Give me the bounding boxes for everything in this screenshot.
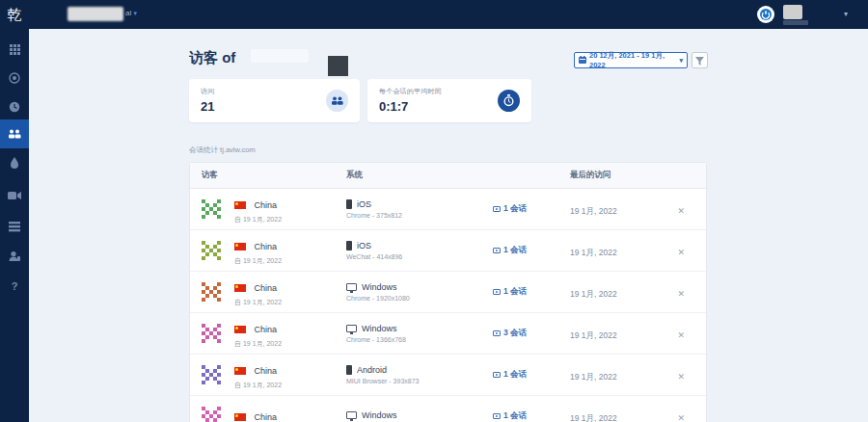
stopwatch-icon [498,90,520,112]
browser-resolution: Chrome - 1366x768 [346,336,481,343]
header-visitor: 访客 [190,170,335,181]
visitor-since: 自 19 1月, 2022 [234,339,282,349]
sessions-label: 1 会话 [503,286,527,298]
country-label: China [254,412,277,422]
os-icon [346,241,352,251]
table-section-title: 会话统计 tj.avlw.com [189,145,256,155]
visitor-since: 自 19 1月, 2022 [234,381,282,390]
os-icon [346,325,357,332]
os-label: Android [357,365,387,375]
user-avatar[interactable] [783,5,802,19]
clock-icon [9,101,20,113]
os-icon [346,411,357,419]
account-icon [9,251,20,262]
last-visit-date: 19 1月, 2022 [570,289,617,299]
last-visit-date: 19 1月, 2022 [570,248,617,257]
last-visit-date: 19 1月, 2022 [570,206,617,216]
header-system: 系统 [335,170,481,181]
sidebar-item-live[interactable] [0,64,29,92]
sidebar-item-recordings[interactable] [0,181,29,210]
target-icon [9,72,20,84]
view-sessions-link[interactable]: 1 会话 [493,203,562,215]
logout-button[interactable] [757,6,774,23]
play-session-icon [493,206,501,212]
os-label: iOS [357,199,371,209]
sessions-label: 1 会话 [503,369,527,381]
visitors-icon [8,129,21,140]
site-name-redacted [251,49,309,63]
play-session-icon [493,248,501,253]
sessions-label: 1 会话 [503,245,527,256]
table-header-row: 访客 系统 最后的访问 [190,163,706,189]
avatar [202,282,221,302]
sidebar-item-heatmap[interactable] [0,148,29,177]
os-label: iOS [357,241,371,251]
browser-resolution: MIUI Browser - 393x873 [346,378,481,384]
sessions-label: 1 会话 [503,203,527,215]
sessions-label: 1 会话 [503,410,527,422]
table-row: China 自 19 1月, 2022 Windows Chrome - 136… [190,313,706,355]
close-icon[interactable]: ✕ [677,372,685,382]
os-label: Windows [362,324,397,333]
visitors-table: 访客 系统 最后的访问 China 自 19 1月, 2022 iOS Chro… [189,162,707,422]
view-sessions-link[interactable]: 3 会话 [493,328,562,339]
header-last-visit: 最后的访问 [562,170,663,181]
close-icon[interactable]: ✕ [677,206,685,216]
country-label: China [254,200,277,210]
sidebar-item-history[interactable] [0,92,29,121]
table-row: China 自 19 1月, 2022 iOS WeChat - 414x896… [190,230,706,272]
site-thumbnail [328,56,348,76]
browser-resolution: Chrome - 375x812 [346,212,481,219]
play-session-icon [493,413,501,419]
country-label: China [254,283,277,293]
browser-resolution: WeChat - 414x896 [346,253,481,260]
close-icon[interactable]: ✕ [677,330,685,340]
last-visit-date: 19 1月, 2022 [570,372,617,382]
country-label: China [254,242,277,251]
video-camera-icon [8,191,21,200]
sidebar-item-forms[interactable] [0,212,29,241]
sidebar: 乾 [0,0,29,422]
date-range-picker[interactable]: 20 12月, 2021 - 19 1月, 2022 ▾ [574,52,688,68]
table-row: China 自 19 1月, 2022 Windows Chrome - 192… [190,272,706,313]
visits-card: 访问 21 [189,79,360,122]
os-label: Windows [362,410,397,420]
grid-icon [10,44,20,55]
china-flag-icon [234,201,246,209]
app-logo[interactable]: 乾 [0,0,29,29]
users-icon [326,90,348,112]
os-label: Windows [362,282,397,292]
user-menu-chevron-icon[interactable]: ▾ [844,10,848,18]
view-sessions-link[interactable]: 1 会话 [493,410,562,422]
filter-button[interactable] [692,52,708,68]
country-label: China [254,325,277,334]
table-row: China 自 19 1月, 2022 iOS Chrome - 375x812… [190,189,706,230]
sidebar-item-account[interactable] [0,242,29,271]
sessions-label: 3 会话 [503,328,527,339]
china-flag-icon [234,367,246,375]
close-icon[interactable]: ✕ [677,413,685,422]
os-icon [346,199,352,209]
chevron-down-icon: ▾ [133,10,137,16]
view-sessions-link[interactable]: 1 会话 [493,369,562,381]
visitor-since: 自 19 1月, 2022 [234,215,282,224]
heatmap-icon [10,157,19,169]
page-title: 访客 of [189,49,235,67]
view-sessions-link[interactable]: 1 会话 [493,245,562,256]
avatar [202,407,221,422]
close-icon[interactable]: ✕ [677,289,685,299]
user-name-redacted [783,20,808,25]
sidebar-item-help[interactable]: ? [0,272,29,301]
view-sessions-link[interactable]: 1 会话 [493,286,562,298]
site-selector[interactable]: al ▾ [125,9,137,17]
date-range-label: 20 12月, 2021 - 19 1月, 2022 [589,51,676,69]
sidebar-item-dashboard[interactable] [0,35,29,64]
china-flag-icon [234,243,246,251]
power-icon [759,8,773,21]
china-flag-icon [234,326,246,333]
chevron-down-icon: ▾ [679,57,683,65]
sidebar-item-visitors[interactable] [0,119,29,148]
browser-resolution: Chrome - 1920x1080 [346,295,481,302]
close-icon[interactable]: ✕ [677,248,685,257]
china-flag-icon [234,284,246,292]
